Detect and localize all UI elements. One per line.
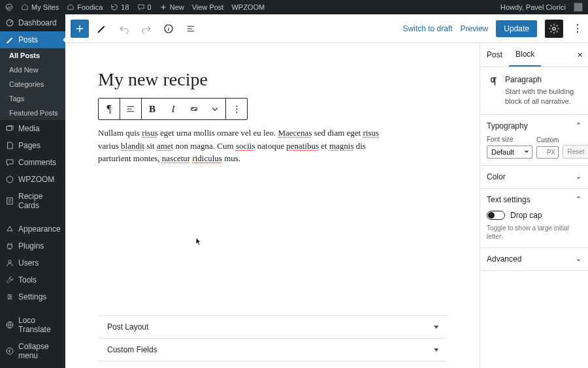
chevron-down-icon: ▾: [434, 323, 439, 330]
wp-logo[interactable]: [5, 3, 13, 11]
menu-appearance[interactable]: Appearance: [0, 221, 65, 238]
info-button[interactable]: [159, 20, 178, 38]
italic-button[interactable]: I: [163, 99, 184, 119]
tab-block[interactable]: Block: [509, 43, 541, 67]
panel-title: Custom Fields: [107, 345, 157, 354]
svg-point-10: [7, 348, 13, 354]
para-text: Nullam quis: [98, 128, 142, 138]
paragraph-block[interactable]: Nullam quis risus eget urna mollis ornar…: [98, 127, 399, 165]
block-toolbar: ¶ B I ⋮: [98, 98, 248, 120]
settings-button[interactable]: [545, 20, 563, 38]
menu-users[interactable]: Users: [0, 254, 65, 271]
custom-fields-panel[interactable]: Custom Fields ▾: [98, 339, 447, 361]
chevron-up-icon: ⌃: [576, 195, 581, 204]
chevron-down-icon: ⌄: [576, 172, 581, 181]
close-inspector-button[interactable]: ×: [572, 50, 588, 60]
edit-mode-button[interactable]: [93, 20, 111, 38]
text-settings-panel: Text settings⌃ Drop cap Toggle to show a…: [480, 189, 588, 248]
menu-recipe-cards[interactable]: Recipe Cards: [0, 188, 65, 214]
submenu-categories[interactable]: Categories: [0, 77, 65, 91]
drop-cap-label: Drop cap: [510, 211, 542, 220]
my-sites-link[interactable]: My Sites: [21, 3, 59, 11]
chevron-up-icon: ⌃: [576, 121, 581, 130]
svg-point-5: [8, 260, 11, 263]
menu-comments[interactable]: Comments: [0, 154, 65, 171]
text-settings-header[interactable]: Text settings⌃: [487, 195, 581, 204]
admin-sidebar: Dashboard Posts All Posts Add New Catego…: [0, 14, 65, 368]
editor-canvas[interactable]: My new recipe ¶ B I ⋮: [65, 43, 480, 368]
comments-link[interactable]: 0: [137, 3, 152, 11]
svg-rect-2: [7, 127, 12, 130]
svg-point-6: [8, 294, 10, 296]
reset-button[interactable]: Reset: [563, 145, 588, 159]
options-menu[interactable]: ⋮: [571, 22, 584, 35]
font-size-label: Font size: [487, 136, 532, 143]
menu-loco[interactable]: Loco Translate: [0, 312, 65, 338]
chevron-down-icon: ⌄: [576, 254, 581, 263]
submenu-tags[interactable]: Tags: [0, 91, 65, 106]
spellcheck-word: risus: [142, 128, 158, 138]
menu-tools[interactable]: Tools: [0, 271, 65, 288]
menu-plugins[interactable]: Plugins: [0, 238, 65, 254]
editor-topbar: Switch to draft Preview Update ⋮: [65, 14, 588, 43]
howdy-text[interactable]: Howdy, Pavel Ciorici: [500, 3, 566, 11]
panel-title: Post Layout: [107, 322, 148, 331]
add-block-button[interactable]: [71, 20, 89, 38]
svg-point-3: [7, 176, 13, 183]
preview-button[interactable]: Preview: [461, 24, 489, 33]
updates-link[interactable]: 18: [110, 3, 129, 11]
menu-wpzoom[interactable]: WPZOOM: [0, 171, 65, 188]
menu-pages[interactable]: Pages: [0, 137, 65, 154]
svg-point-12: [553, 27, 556, 30]
block-description: Start with the building block of all nar…: [505, 87, 581, 106]
post-layout-panel[interactable]: Post Layout ▾: [98, 316, 447, 339]
advanced-header[interactable]: Advanced⌄: [487, 254, 581, 264]
link-button[interactable]: [184, 99, 204, 119]
custom-size-input[interactable]: [536, 146, 559, 159]
redo-button[interactable]: [137, 20, 155, 38]
new-link[interactable]: New: [159, 3, 184, 11]
custom-label: Custom: [536, 136, 559, 144]
view-post-link[interactable]: View Post: [192, 3, 224, 11]
wpzoom-link[interactable]: WPZOOM: [231, 3, 265, 11]
post-title[interactable]: My new recipe: [98, 69, 447, 90]
typography-header[interactable]: Typography⌃: [487, 121, 581, 130]
switch-to-draft-button[interactable]: Switch to draft: [403, 24, 453, 33]
advanced-panel: Advanced⌄: [480, 248, 588, 271]
block-card: Paragraph Start with the building block …: [480, 67, 588, 115]
chevron-down-icon: ▾: [434, 346, 439, 353]
font-size-select[interactable]: Default: [487, 146, 532, 159]
paragraph-icon: [487, 75, 500, 88]
site-name-link[interactable]: Foodica: [67, 3, 103, 11]
typography-panel: Typography⌃ Font size Default Custom: [480, 115, 588, 166]
editor: Switch to draft Preview Update ⋮ My new …: [65, 14, 588, 368]
drop-cap-toggle[interactable]: [487, 211, 505, 220]
settings-sidebar: Post Block × Paragraph Start with the bu…: [480, 43, 588, 368]
outline-button[interactable]: [182, 20, 200, 38]
admin-bar: My Sites Foodica 18 0 New View Post WPZO…: [0, 0, 588, 14]
svg-point-8: [8, 298, 10, 299]
color-panel: Color⌄: [480, 166, 588, 189]
update-button[interactable]: Update: [496, 20, 537, 37]
submenu-add-new[interactable]: Add New: [0, 63, 65, 77]
avatar[interactable]: [574, 3, 583, 12]
posts-submenu: All Posts Add New Categories Tags Featur…: [0, 48, 65, 120]
menu-posts[interactable]: Posts: [0, 31, 65, 48]
submenu-all-posts[interactable]: All Posts: [0, 48, 65, 63]
menu-media[interactable]: Media: [0, 120, 65, 137]
block-type-button[interactable]: ¶: [99, 99, 120, 119]
menu-dashboard[interactable]: Dashboard: [0, 14, 65, 31]
color-header[interactable]: Color⌄: [487, 172, 581, 181]
undo-button[interactable]: [115, 20, 133, 38]
align-button[interactable]: [120, 99, 141, 119]
menu-collapse[interactable]: Collapse menu: [0, 338, 65, 364]
inspector-tabs: Post Block ×: [480, 43, 588, 67]
bold-button[interactable]: B: [142, 99, 163, 119]
drop-cap-help: Toggle to show a large initial letter.: [487, 224, 581, 241]
block-name: Paragraph: [505, 75, 581, 84]
tab-post[interactable]: Post: [480, 44, 509, 66]
submenu-featured-posts[interactable]: Featured Posts: [0, 106, 65, 120]
block-options-button[interactable]: ⋮: [226, 99, 247, 119]
more-rich-button[interactable]: [204, 99, 225, 119]
menu-settings[interactable]: Settings: [0, 288, 65, 305]
